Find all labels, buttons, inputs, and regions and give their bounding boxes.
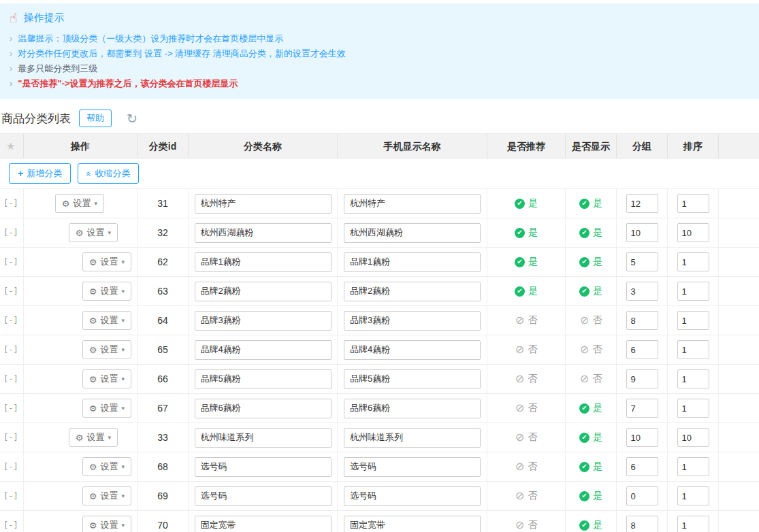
status-yes[interactable]: ✔是	[579, 461, 602, 473]
settings-button[interactable]: ⚙ 设置 ▾	[69, 428, 118, 447]
collapse-categories-button[interactable]: « 收缩分类	[78, 163, 139, 184]
status-yes[interactable]: ✔是	[579, 256, 602, 268]
status-yes[interactable]: ✔是	[579, 431, 602, 444]
mobile-name-input[interactable]	[344, 223, 481, 243]
mobile-name-input[interactable]	[344, 194, 481, 214]
status-yes[interactable]: ✔是	[579, 285, 602, 297]
status-yes[interactable]: ✔是	[515, 256, 538, 268]
category-name-input[interactable]	[195, 457, 332, 477]
mobile-name-input[interactable]	[344, 399, 481, 418]
mobile-name-input[interactable]	[344, 516, 481, 532]
status-yes[interactable]: ✔是	[579, 519, 602, 531]
mobile-name-input[interactable]	[344, 311, 481, 331]
collapse-toggle-icon[interactable]: [-]	[3, 199, 18, 208]
category-name-input[interactable]	[195, 223, 332, 243]
collapse-toggle-icon[interactable]: [-]	[3, 374, 18, 384]
category-name-input[interactable]	[195, 194, 332, 214]
settings-button[interactable]: ⚙ 设置 ▾	[82, 399, 131, 418]
sort-input[interactable]	[677, 252, 709, 271]
status-yes[interactable]: ✔是	[579, 197, 602, 210]
status-yes[interactable]: ✔是	[579, 402, 602, 414]
status-no[interactable]: ⊘否	[515, 373, 537, 385]
help-button[interactable]: 帮助	[79, 110, 112, 127]
status-no[interactable]: ⊘否	[515, 490, 537, 502]
group-input[interactable]	[626, 516, 658, 532]
settings-button[interactable]: ⚙ 设置 ▾	[82, 252, 131, 271]
sort-input[interactable]	[677, 223, 709, 242]
status-yes[interactable]: ✔是	[515, 227, 538, 239]
mobile-name-input[interactable]	[344, 282, 481, 301]
collapse-toggle-icon[interactable]: [-]	[3, 403, 18, 413]
category-name-input[interactable]	[195, 428, 332, 448]
status-yes[interactable]: ✔是	[579, 227, 602, 239]
sort-input[interactable]	[677, 399, 709, 418]
sort-input[interactable]	[677, 369, 709, 388]
status-no[interactable]: ⊘否	[515, 314, 537, 327]
mobile-name-input[interactable]	[344, 340, 481, 360]
group-input[interactable]	[626, 486, 658, 505]
collapse-toggle-icon[interactable]: [-]	[3, 257, 18, 267]
group-input[interactable]	[626, 194, 658, 213]
status-no[interactable]: ⊘否	[580, 344, 602, 356]
settings-button[interactable]: ⚙ 设置 ▾	[69, 223, 118, 242]
settings-button[interactable]: ⚙ 设置 ▾	[82, 486, 131, 505]
mobile-name-input[interactable]	[344, 252, 481, 272]
sort-input[interactable]	[677, 428, 709, 447]
category-name-input[interactable]	[195, 282, 332, 301]
mobile-name-input[interactable]	[344, 457, 481, 477]
status-no[interactable]: ⊘否	[515, 519, 537, 531]
settings-button[interactable]: ⚙ 设置 ▾	[82, 516, 131, 532]
group-input[interactable]	[626, 428, 658, 447]
mobile-name-input[interactable]	[344, 486, 481, 506]
mobile-name-input[interactable]	[344, 428, 481, 448]
status-no[interactable]: ⊘否	[515, 461, 537, 473]
category-name-input[interactable]	[195, 486, 332, 506]
settings-button[interactable]: ⚙ 设置 ▾	[82, 369, 131, 388]
group-input[interactable]	[626, 369, 658, 388]
sort-input[interactable]	[677, 194, 709, 213]
category-name-input[interactable]	[195, 399, 332, 418]
collapse-toggle-icon[interactable]: [-]	[3, 228, 18, 237]
refresh-icon[interactable]: ↻	[127, 112, 138, 125]
status-yes[interactable]: ✔是	[515, 197, 538, 210]
sort-input[interactable]	[677, 516, 709, 532]
category-name-input[interactable]	[195, 369, 332, 389]
status-no[interactable]: ⊘否	[580, 373, 602, 385]
sort-input[interactable]	[677, 340, 709, 359]
status-no[interactable]: ⊘否	[515, 431, 537, 444]
settings-button[interactable]: ⚙ 设置 ▾	[82, 340, 131, 359]
sort-input[interactable]	[677, 457, 709, 476]
sort-input[interactable]	[677, 311, 709, 330]
add-category-button[interactable]: + 新增分类	[9, 163, 71, 184]
status-no[interactable]: ⊘否	[515, 344, 537, 356]
category-name-input[interactable]	[195, 252, 332, 272]
settings-button[interactable]: ⚙ 设置 ▾	[82, 457, 131, 476]
group-input[interactable]	[626, 340, 658, 359]
status-no[interactable]: ⊘否	[580, 314, 602, 327]
settings-button[interactable]: ⚙ 设置 ▾	[82, 311, 131, 330]
mobile-name-input[interactable]	[344, 369, 481, 389]
group-input[interactable]	[626, 399, 658, 418]
status-yes[interactable]: ✔是	[579, 490, 602, 502]
status-no[interactable]: ⊘否	[515, 402, 537, 414]
collapse-toggle-icon[interactable]: [-]	[3, 286, 18, 296]
collapse-toggle-icon[interactable]: [-]	[3, 491, 18, 501]
category-name-input[interactable]	[195, 340, 332, 360]
status-yes[interactable]: ✔是	[515, 285, 538, 297]
category-name-input[interactable]	[195, 311, 332, 331]
settings-button[interactable]: ⚙ 设置 ▾	[55, 194, 104, 213]
category-name-input[interactable]	[195, 516, 332, 532]
sort-input[interactable]	[677, 486, 709, 505]
collapse-toggle-icon[interactable]: [-]	[3, 345, 18, 354]
collapse-toggle-icon[interactable]: [-]	[3, 316, 18, 325]
group-input[interactable]	[626, 252, 658, 271]
collapse-toggle-icon[interactable]: [-]	[3, 520, 18, 530]
group-input[interactable]	[626, 282, 658, 301]
group-input[interactable]	[626, 223, 658, 242]
group-input[interactable]	[626, 457, 658, 476]
collapse-toggle-icon[interactable]: [-]	[3, 433, 18, 442]
settings-button[interactable]: ⚙ 设置 ▾	[82, 282, 131, 301]
group-input[interactable]	[626, 311, 658, 330]
collapse-toggle-icon[interactable]: [-]	[3, 462, 18, 471]
sort-input[interactable]	[677, 282, 709, 301]
